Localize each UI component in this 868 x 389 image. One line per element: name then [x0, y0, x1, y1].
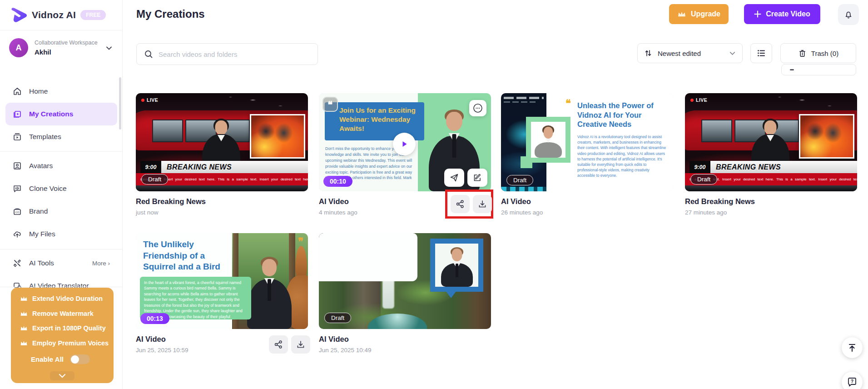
chevron-down-icon [729, 50, 736, 57]
publish-button[interactable] [444, 169, 464, 187]
download-button[interactable] [473, 195, 492, 213]
person-tie [268, 279, 271, 301]
slide-heading: The Unlikely Friendship of a Squirrel an… [143, 239, 234, 273]
svg-text:?: ? [851, 379, 853, 384]
sidebar-item-clone-voice[interactable]: Clone Voice [5, 177, 117, 200]
ai-tools-more-link[interactable]: More › [92, 260, 110, 267]
video-thumbnail[interactable]: LIVE 9:00 BREAKING NEWS sample text. Ins… [136, 93, 308, 191]
share-button[interactable] [269, 335, 288, 354]
sidebar-scrollbar[interactable] [119, 77, 121, 130]
video-thumbnail[interactable]: A Vibrant Forest Awakens with Friends Dr… [319, 233, 491, 329]
workspace-chevron-down-icon[interactable] [105, 45, 113, 52]
video-thumbnail[interactable]: LIVE 9:00 BREAKING NEWS is a sample text… [685, 93, 857, 191]
crown-icon [20, 310, 28, 317]
fire-inset-image [799, 114, 854, 159]
dash-glyph [790, 69, 794, 70]
trash-button[interactable]: Trash (0) [780, 43, 856, 63]
scroll-to-top-button[interactable] [842, 337, 863, 358]
person-head [215, 120, 228, 135]
sort-dropdown[interactable]: Newest edited [637, 43, 743, 63]
person-tie [452, 134, 456, 158]
divider [0, 151, 123, 152]
sidebar-item-my-creations[interactable]: My Creations [5, 103, 117, 125]
presenter-avatar [440, 247, 474, 287]
video-thumbnail[interactable]: ❝ Unleash the Power of Vidnoz AI for You… [501, 93, 673, 191]
notifications-button[interactable] [838, 4, 859, 25]
sidebar-item-templates[interactable]: Templates [5, 125, 117, 148]
workspace-avatar[interactable]: A [9, 38, 28, 57]
person-head [452, 249, 462, 261]
promo-feature: Export in 1080P Quality [20, 324, 106, 332]
video-title[interactable]: AI Video [501, 197, 673, 206]
video-thumbnail[interactable]: Join Us for an Exciting Webinar: Wednesd… [319, 93, 491, 191]
bell-icon [843, 10, 853, 20]
clock-label: 9:00 [140, 161, 161, 173]
upgrade-promo-panel: Extend Video Duration Remove Watermark E… [11, 288, 114, 383]
slide-heading: Unleash the Power of Vidnoz AI for Your … [577, 101, 670, 129]
video-timestamp: 27 minutes ago [685, 209, 857, 216]
enable-all-toggle[interactable] [70, 354, 90, 364]
more-options-button[interactable] [469, 100, 486, 116]
video-title[interactable]: AI Video [319, 335, 491, 344]
plan-badge: FREE [80, 10, 106, 20]
edit-button[interactable] [467, 169, 487, 187]
video-card: ❝ Unleash the Power of Vidnoz AI for You… [501, 93, 673, 216]
promo-collapse-button[interactable] [50, 371, 74, 380]
share-button[interactable] [451, 195, 470, 213]
highlight-red-box [445, 190, 493, 219]
avatar-frame [526, 117, 570, 163]
list-view-button[interactable] [750, 43, 772, 63]
help-button[interactable]: ? [842, 372, 863, 389]
sidebar-item-home[interactable]: Home [5, 80, 117, 103]
trash-icon [798, 49, 807, 58]
search-box[interactable] [136, 43, 318, 65]
quote-icon: ❞ [298, 236, 303, 248]
chevron-right-icon: › [108, 260, 110, 267]
sidebar-item-label: Clone Voice [29, 185, 67, 193]
arrow-up-bar-icon [847, 343, 857, 353]
upgrade-button[interactable]: Upgrade [669, 4, 729, 24]
edit-icon [473, 173, 482, 182]
clock-label: 9:00 [689, 161, 710, 173]
download-button[interactable] [291, 335, 310, 354]
sidebar-item-label: My Files [29, 230, 55, 238]
sort-value: Newest edited [658, 50, 701, 57]
sidebar-item-my-files[interactable]: My Files [5, 223, 117, 245]
vidnoz-logo-icon [10, 7, 27, 23]
sidebar-item-brand[interactable]: CO Brand [5, 200, 117, 223]
avatar-window [435, 244, 478, 287]
play-icon [400, 140, 409, 149]
app-window: Vidnoz AI FREE A Collaborative Workspace… [0, 0, 868, 389]
video-thumbnail[interactable]: The Unlikely Friendship of a Squirrel an… [136, 233, 308, 329]
avatar-window [531, 122, 565, 158]
sidebar-item-ai-tools[interactable]: AI Tools More › [5, 252, 117, 274]
play-button[interactable] [393, 133, 416, 155]
slide-body-text: Vidnoz AI is a revolutionary tool design… [577, 134, 668, 179]
creations-icon [13, 110, 22, 119]
slide-heading: Join Us for an Exciting Webinar: Wednesd… [339, 106, 420, 133]
quote-icon: ❝ [565, 98, 571, 110]
draft-badge: Draft [141, 174, 168, 185]
sidebar-item-label: Templates [29, 133, 61, 141]
paper-plane-icon [450, 173, 459, 182]
frame-tail [521, 156, 532, 168]
download-icon [478, 199, 487, 209]
tools-icon [13, 259, 22, 268]
video-timestamp: Jun 25, 2025 10:49 [319, 347, 491, 354]
video-title[interactable]: Red Breaking News [136, 197, 308, 206]
sidebar-item-avatars[interactable]: Avatars [5, 155, 117, 177]
divider [0, 249, 123, 249]
banner-label: BREAKING NEWS [161, 161, 308, 173]
trash-label: Trash (0) [811, 50, 838, 57]
brand-logo[interactable]: Vidnoz AI FREE [10, 7, 106, 23]
video-card: The Unlikely Friendship of a Squirrel an… [136, 233, 308, 354]
create-video-button[interactable]: Create Video [744, 4, 820, 24]
search-input[interactable] [159, 50, 311, 58]
draft-badge: Draft [690, 174, 717, 185]
crown-icon [20, 295, 28, 302]
video-card: LIVE 9:00 BREAKING NEWS is a sample text… [685, 93, 857, 216]
folder-dropdown-partial[interactable] [781, 64, 856, 75]
list-view-icon [757, 49, 766, 58]
video-title[interactable]: Red Breaking News [685, 197, 857, 206]
sidebar-item-label: Brand [29, 207, 48, 215]
